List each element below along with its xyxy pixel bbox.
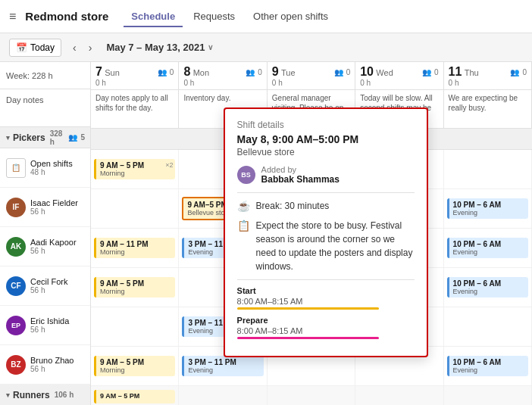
popup-divider-1 [237,192,415,193]
today-button[interactable]: 📅 Today [9,39,61,57]
isaac-shift-thu[interactable]: 10 PM – 6 AM Evening [447,198,528,219]
open-shifts-icon: 📋 [6,158,26,178]
next-week-button[interactable]: › [83,39,98,56]
aadi-shift-thu[interactable]: 10 PM – 6 AM Evening [447,238,528,258]
popup-divider-2 [237,279,415,280]
calendar-icon: 📅 [16,42,27,53]
runners-cell-mon [179,386,267,405]
person-hours-isaac: 56 h [30,207,78,216]
person-row-eric: EP Eric Ishida 56 h [0,306,90,345]
people-icon-mon: 👥 [246,68,255,76]
person-hours-bruno: 56 h [30,365,74,373]
open-shift-sun[interactable]: 9 AM – 5 PM Morning ×2 [94,159,175,179]
person-row-aadi: AK Aadi Kapoor 56 h [0,227,90,266]
popup-date: May 8, 9:00 AM–5:00 PM [237,133,415,145]
day-notes-label: Day notes [0,89,90,127]
calendar-area: 7 Sun 👥 0 0 h 8 Mon � [91,62,532,405]
popup-note-detail: 📋 Expect the store to be busy. Festival … [237,219,415,273]
runners-chevron-icon: ▾ [6,391,10,399]
runners-cell-wed [355,386,443,405]
day-header-tue: 9 Tue 👥 0 0 h [268,62,355,89]
person-row-cecil: CF Cecil Fork 56 h [0,266,90,306]
person-row-bruno: BZ Bruno Zhao 56 h [0,345,90,385]
person-row-isaac: IF Isaac Fielder 56 h [0,188,90,227]
person-name-eric: Eric Ishida [30,316,69,326]
person-hours-cecil: 56 h [30,286,68,294]
runners-group-header[interactable]: ▾ Runners 106 h [0,385,90,405]
main-content: Week: 228 h Day notes ▾ Pickers 328 h 👥 … [0,62,532,405]
prepare-bar [237,337,379,339]
bruno-shift-thu[interactable]: 10 PM – 6 AM Evening [447,356,528,376]
runners-cell-thu [444,386,532,405]
runners-cell-tue [268,386,355,405]
person-name-bruno: Bruno Zhao [30,356,74,365]
sub-nav: 📅 Today ‹ › May 7 – May 13, 2021 ∨ [0,33,532,62]
bruno-shift-sun[interactable]: 9 AM – 5 PM Morning [94,356,175,376]
people-icon-tue: 👥 [334,68,343,76]
shift-details-popup: Shift details May 8, 9:00 AM–5:00 PM Bel… [224,107,428,357]
popup-title: Shift details [237,120,415,130]
cecil-shift-sun[interactable]: 9 AM – 5 PM Morning [94,277,175,298]
nav-schedule[interactable]: Schedule [124,6,183,26]
note-sun: Day notes apply to all shifts for the da… [91,90,179,128]
person-hours-aadi: 56 h [30,247,77,255]
eric-cell-sun [91,307,179,346]
eric-cell-thu [444,307,532,346]
runners-shift-sun[interactable]: 9 AM – 5 PM [94,390,175,403]
popup-start-section: Start 8:00 AM–8:15 AM [237,286,415,310]
runners-shift-row: 9 AM – 5 PM [91,386,532,405]
popup-added-section: BS Added by Babbak Shammas [237,165,415,185]
cecil-cell-sun: 9 AM – 5 PM Morning [91,268,179,307]
nav-requests[interactable]: Requests [186,6,243,26]
day-header-thu: 11 Thu 👥 0 0 h [444,62,532,89]
week-info: Week: 228 h [0,62,90,89]
menu-icon[interactable]: ≡ [9,10,16,23]
people-icon-wed: 👥 [422,68,431,76]
avatar-bruno: BZ [6,355,26,375]
popup-break-detail: ☕ Break: 30 minutes [237,199,415,213]
day-header-wed: 10 Wed 👥 0 0 h [355,62,443,89]
cecil-shift-thu[interactable]: 10 PM – 6 AM Evening [447,277,528,298]
left-sidebar: Week: 228 h Day notes ▾ Pickers 328 h 👥 … [0,62,91,405]
nav-arrows: ‹ › [67,39,97,56]
person-name-isaac: Isaac Fielder [30,198,78,207]
avatar-cecil: CF [6,276,26,296]
break-icon: ☕ [237,200,250,212]
top-nav: ≡ Redmond store Schedule Requests Other … [0,0,532,33]
pickers-group-header[interactable]: ▾ Pickers 328 h 👥 5 [0,127,90,148]
open-shifts-hours: 48 h [30,168,73,176]
isaac-cell-thu: 10 PM – 6 AM Evening [444,189,532,228]
open-shift-cell-sun: 9 AM – 5 PM Morning ×2 [91,150,179,188]
bruno-cell-sun: 9 AM – 5 PM Morning [91,347,179,385]
pickers-chevron-icon: ▾ [6,134,10,142]
people-icon-thu: 👥 [510,68,519,76]
bruno-shift-mon[interactable]: 3 PM – 11 PM Evening [182,356,263,376]
nav-other-open-shifts[interactable]: Other open shifts [246,6,336,26]
bruno-cell-thu: 10 PM – 6 AM Evening [444,347,532,385]
popup-added-avatar: BS [237,166,255,184]
aadi-cell-thu: 10 PM – 6 AM Evening [444,229,532,267]
avatar-aadi: AK [6,237,26,257]
aadi-shift-sun[interactable]: 9 AM – 11 PM Morning [94,238,175,258]
nav-items: Schedule Requests Other open shifts [124,6,336,26]
people-icon-sun: 👥 [158,68,167,76]
runners-cell-sun: 9 AM – 5 PM [91,386,179,405]
avatar-isaac: IF [6,198,26,217]
day-headers: 7 Sun 👥 0 0 h 8 Mon � [91,62,532,90]
prev-week-button[interactable]: ‹ [67,39,82,56]
person-name-cecil: Cecil Fork [30,277,68,286]
open-shifts-label: Open shifts [30,159,73,168]
note-thu: We are expecting be really busy. [444,90,532,128]
person-name-aadi: Aadi Kapoor [30,238,77,247]
store-name: Redmond store [25,10,108,23]
isaac-cell-sun [91,189,179,228]
start-bar [237,307,379,310]
day-header-mon: 8 Mon 👥 0 0 h [179,62,267,89]
cecil-cell-thu: 10 PM – 6 AM Evening [444,268,532,307]
popup-store: Bellevue store [237,147,415,157]
person-hours-eric: 56 h [30,326,69,334]
popup-prepare-section: Prepare 8:00 AM–8:15 AM [237,316,415,339]
chevron-down-icon: ∨ [208,43,213,51]
note-icon: 📋 [237,220,250,232]
date-range[interactable]: May 7 – May 13, 2021 ∨ [106,42,213,53]
